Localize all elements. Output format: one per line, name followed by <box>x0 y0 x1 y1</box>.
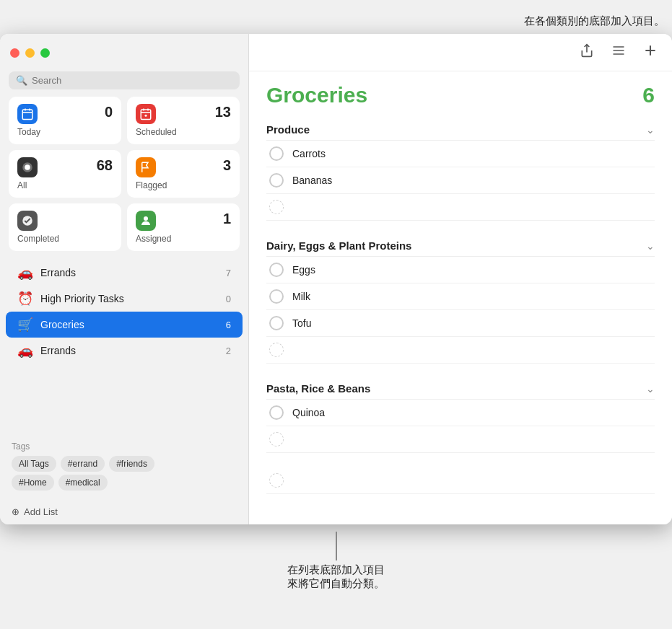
flagged-label: Flagged <box>136 180 231 190</box>
tag-home[interactable]: #Home <box>12 475 54 491</box>
list-item-name: Errands <box>40 267 219 278</box>
add-task-button[interactable] <box>640 40 660 64</box>
close-button[interactable] <box>10 48 19 58</box>
task-circle-empty-2[interactable] <box>269 343 284 357</box>
category-dairy-header[interactable]: Dairy, Eggs & Plant Proteins ⌄ <box>266 235 655 257</box>
category-pasta-title: Pasta, Rice & Beans <box>266 382 370 395</box>
add-list-button[interactable]: ⊕ Add List <box>0 499 248 524</box>
task-circle-bananas[interactable] <box>269 173 284 188</box>
assigned-label: Assigned <box>136 234 231 244</box>
search-bar[interactable]: 🔍 <box>9 71 240 89</box>
smart-card-completed[interactable]: Completed <box>9 203 121 251</box>
list-item-errands-1[interactable]: 🚗 Errands 7 <box>6 260 243 286</box>
tag-errand[interactable]: #errand <box>61 456 105 472</box>
chevron-down-icon: ⌄ <box>646 124 655 136</box>
errands-icon-1: 🚗 <box>17 265 33 281</box>
list-item-high-priority[interactable]: ⏰ High Priority Tasks 0 <box>6 286 243 312</box>
search-icon: 🔍 <box>16 75 27 86</box>
annotation-top: 在各個類別的底部加入項目。 <box>0 14 672 34</box>
smart-card-assigned[interactable]: 1 Assigned <box>127 203 240 251</box>
task-empty-produce <box>266 194 655 221</box>
all-label: All <box>17 180 113 190</box>
tags-title: Tags <box>12 441 237 452</box>
category-pasta-header[interactable]: Pasta, Rice & Beans ⌄ <box>266 378 655 400</box>
scheduled-icon <box>136 104 156 124</box>
task-circle-tofu[interactable] <box>269 316 284 330</box>
task-name-carrots: Carrots <box>292 148 326 159</box>
today-count: 0 <box>105 104 113 120</box>
annotation-line <box>336 532 337 560</box>
minimize-button[interactable] <box>25 48 35 58</box>
flagged-count: 3 <box>223 157 231 174</box>
task-bananas: Bananas <box>266 167 655 194</box>
smart-card-all[interactable]: 68 All <box>9 150 121 198</box>
svg-point-8 <box>145 115 147 117</box>
task-circle-milk[interactable] <box>269 289 284 304</box>
task-tofu: Tofu <box>266 310 655 337</box>
tags-row-2: #Home #medical <box>12 475 237 491</box>
task-circle-carrots[interactable] <box>269 146 284 161</box>
completed-label: Completed <box>17 234 113 244</box>
smart-cards-grid: 0 Today 13 <box>0 97 248 257</box>
task-empty-pasta <box>266 426 655 453</box>
list-item-name: High Priority Tasks <box>40 293 219 304</box>
assigned-icon <box>136 211 156 231</box>
add-list-icon: ⊕ <box>12 506 19 517</box>
tags-row: All Tags #errand #friends <box>12 456 237 472</box>
task-circle-empty-3[interactable] <box>269 432 284 447</box>
all-icon <box>17 157 38 177</box>
main-toolbar <box>249 34 672 71</box>
task-circle-quinoa[interactable] <box>269 405 284 420</box>
list-item-name: Groceries <box>40 319 219 330</box>
list-view-button[interactable] <box>608 40 629 64</box>
all-count: 68 <box>97 157 113 174</box>
annotation-bottom-line1: 在列表底部加入項目 <box>287 563 385 577</box>
scheduled-label: Scheduled <box>136 127 231 137</box>
list-item-count: 6 <box>226 320 231 330</box>
category-dairy-title: Dairy, Eggs & Plant Proteins <box>266 239 411 252</box>
list-item-count: 2 <box>226 346 231 356</box>
task-name-eggs: Eggs <box>292 264 315 276</box>
category-produce-header[interactable]: Produce ⌄ <box>266 119 655 141</box>
task-milk: Milk <box>266 283 655 310</box>
tags-section: Tags All Tags #errand #friends #Home #me… <box>0 436 248 499</box>
category-pasta: Pasta, Rice & Beans ⌄ Quinoa <box>266 378 655 453</box>
task-circle-empty-global[interactable] <box>269 473 284 488</box>
smart-card-today[interactable]: 0 Today <box>9 97 121 144</box>
task-carrots: Carrots <box>266 141 655 167</box>
task-eggs: Eggs <box>266 257 655 283</box>
list-item-name: Errands <box>40 345 219 356</box>
high-priority-icon: ⏰ <box>17 291 33 307</box>
smart-card-scheduled[interactable]: 13 Scheduled <box>127 97 240 144</box>
completed-icon <box>17 211 38 231</box>
list-title: Groceries <box>266 83 367 107</box>
svg-point-10 <box>25 164 30 170</box>
annotation-bottom: 在列表底部加入項目 來將它們自動分類。 <box>0 524 672 591</box>
search-input[interactable] <box>32 75 232 86</box>
task-circle-empty-1[interactable] <box>269 200 284 214</box>
task-circle-eggs[interactable] <box>269 263 284 277</box>
tag-all-tags[interactable]: All Tags <box>12 456 56 472</box>
list-item-errands-2[interactable]: 🚗 Errands 2 <box>6 338 243 364</box>
app-window: 🔍 0 Today <box>0 34 672 524</box>
tag-medical[interactable]: #medical <box>58 475 108 491</box>
add-list-label: Add List <box>24 506 58 517</box>
tag-friends[interactable]: #friends <box>109 456 154 472</box>
category-dairy: Dairy, Eggs & Plant Proteins ⌄ Eggs Milk… <box>266 235 655 364</box>
share-button[interactable] <box>577 40 597 64</box>
list-item-count: 0 <box>226 294 231 304</box>
chevron-down-icon-3: ⌄ <box>646 383 655 395</box>
smart-card-flagged[interactable]: 3 Flagged <box>127 150 240 198</box>
list-total-count: 6 <box>642 83 655 107</box>
today-label: Today <box>17 127 113 137</box>
list-item-groceries[interactable]: 🛒 Groceries 6 <box>6 312 243 338</box>
task-quinoa: Quinoa <box>266 400 655 426</box>
main-body: Groceries 6 Produce ⌄ Carrots Bananas <box>249 71 672 524</box>
maximize-button[interactable] <box>40 48 50 58</box>
task-name-bananas: Bananas <box>292 175 332 186</box>
scheduled-count: 13 <box>215 104 231 120</box>
svg-point-12 <box>144 216 148 221</box>
flagged-icon <box>136 157 156 177</box>
main-header: Groceries 6 <box>266 83 655 107</box>
task-name-tofu: Tofu <box>292 317 311 329</box>
